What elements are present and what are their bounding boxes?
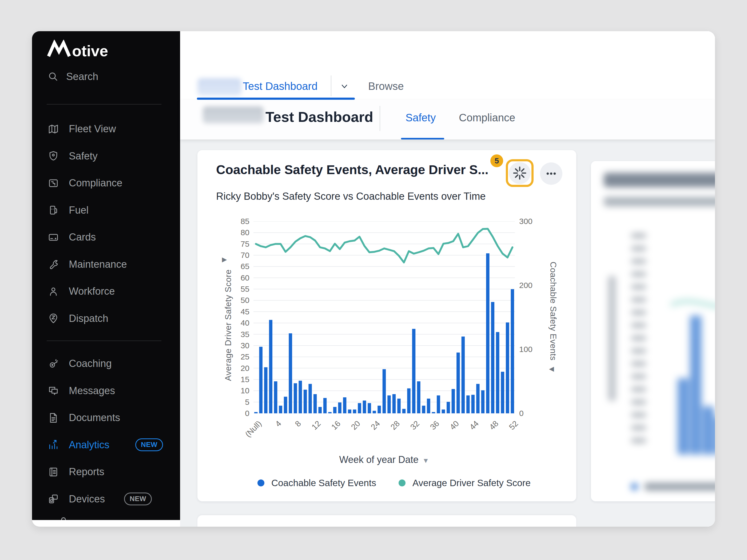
bar-week-30 [402, 409, 406, 413]
right-axis-tick: 0 [519, 409, 524, 418]
sidebar-item-cards[interactable]: Cards [32, 224, 180, 251]
sidebar-item-documents[interactable]: Documents [32, 404, 180, 431]
sidebar-item-compliance[interactable]: Compliance [32, 169, 180, 196]
bar-week-48 [491, 302, 495, 413]
tab-compliance[interactable]: Compliance [459, 112, 515, 124]
blurred-axis-tick [631, 412, 646, 418]
tab-divider [331, 76, 331, 96]
bar-week-33 [417, 381, 420, 413]
bar-week-38 [442, 409, 445, 413]
devices-icon [48, 493, 59, 505]
legend-item-average-driver-safety-score[interactable]: Average Driver Safety Score [398, 478, 531, 488]
left-axis-tick: 70 [231, 251, 250, 260]
analytics-icon [48, 439, 59, 451]
chart-card-subtitle: Ricky Bobby's Safety Score vs Coachable … [216, 191, 486, 202]
chevron-down-icon[interactable] [339, 82, 350, 90]
card-icon [48, 232, 59, 243]
bar-week-6 [284, 397, 287, 413]
left-axis-tick: 35 [231, 330, 250, 339]
sidebar-item-dispatch[interactable]: Dispatch [32, 305, 180, 332]
sidebar-item-analytics[interactable]: AnalyticsNEW [32, 431, 180, 458]
bar-week-11 [308, 384, 312, 413]
bar-week-50 [501, 372, 505, 413]
sidebar-item-fuel[interactable]: Fuel [32, 197, 180, 224]
bar-week-46 [481, 391, 485, 413]
left-axis-tick: 15 [231, 375, 250, 384]
left-axis-tick: 40 [231, 318, 250, 327]
bar-week-25 [378, 406, 381, 413]
sidebar-item-workforce[interactable]: Workforce [32, 278, 180, 305]
tab-browse[interactable]: Browse [368, 80, 404, 92]
blurred-title-prefix [203, 106, 264, 124]
sidebar-search[interactable]: Search [48, 69, 170, 84]
bar-week-35 [427, 399, 430, 413]
reports-icon [48, 466, 59, 478]
bar-week-7 [289, 334, 292, 413]
bar-week-8 [294, 383, 297, 413]
bar-week-49 [496, 332, 499, 413]
right-axis-title: Coachable Safety Events [548, 257, 558, 366]
sidebar-item-maintenance[interactable]: Maintenance [32, 251, 180, 278]
left-axis-tick: 55 [231, 285, 250, 294]
bar-week-40 [452, 389, 455, 413]
sidebar-item-fleet-view[interactable]: Fleet View [32, 115, 180, 142]
partial-next-card [198, 515, 576, 527]
blurred-axis-tick [631, 233, 646, 238]
bar-week-28 [392, 394, 396, 413]
bar-week-26 [383, 369, 386, 413]
bar-week-23 [368, 403, 371, 413]
logo-m-glyph [49, 43, 69, 56]
bar-week-36 [432, 412, 435, 413]
compliance-icon [48, 177, 59, 189]
fuel-icon [48, 204, 59, 216]
right-axis-tick: 300 [519, 217, 533, 226]
left-axis-tick: 60 [231, 273, 250, 283]
left-axis-tick: 0 [231, 409, 250, 418]
legend-item-coachable-safety-events[interactable]: Coachable Safety Events [257, 478, 376, 488]
blurred-left-axis-title [608, 276, 616, 401]
tab-safety[interactable]: Safety [406, 112, 436, 124]
sidebar-item-label: Fleet View [69, 123, 116, 135]
blurred-legend-label [644, 483, 715, 491]
more-options-button[interactable] [540, 162, 562, 185]
bar-week-29 [397, 399, 401, 413]
bar-week-19 [348, 409, 351, 413]
bar-week-9 [299, 381, 302, 413]
tab-test-dashboard[interactable]: Test Dashboard [243, 80, 317, 92]
left-axis-tick: 5 [231, 398, 250, 407]
sidebar-item-safety[interactable]: Safety [32, 143, 180, 169]
dispatch-pin-icon [48, 313, 59, 324]
sidebar-item-devices[interactable]: DevicesNEW [32, 486, 180, 512]
blurred-card-title [604, 173, 715, 187]
map-icon [48, 123, 59, 135]
sidebar-item-messages[interactable]: Messages [32, 377, 180, 404]
left-axis-tick: 30 [231, 341, 250, 350]
page-title: Test Dashboard [265, 109, 373, 125]
spark-highlight-button[interactable] [506, 159, 534, 187]
messages-icon [48, 385, 59, 397]
safety-tab-underline [401, 138, 444, 139]
header-divider [380, 106, 380, 131]
sidebar-item-coaching[interactable]: Coaching [32, 350, 180, 377]
sidebar-item-reports[interactable]: Reports [32, 458, 180, 485]
blurred-axis-tick [631, 323, 646, 328]
sidebar-item-label: Messages [69, 385, 115, 397]
main-area: Test Dashboard Browse Test Dashboard Saf… [180, 31, 715, 527]
sidebar-item-label: Dispatch [69, 313, 108, 324]
chart-plot-area [253, 221, 515, 413]
sidebar-item-label: Documents [69, 412, 120, 424]
sidebar-item-label: Devices [69, 494, 105, 505]
bar-week-44 [471, 395, 475, 413]
svg-text:otive: otive [72, 42, 108, 58]
app-window: otive Search Fleet ViewSafetyComplianceF… [32, 31, 715, 527]
sidebar-item-label: Compliance [69, 177, 123, 189]
bar-week-3 [269, 320, 273, 413]
bar-week-4 [274, 381, 278, 413]
x-axis-title-dropdown[interactable]: Week of year Date▼ [253, 454, 515, 465]
bar-week-42 [462, 337, 465, 413]
sidebar-divider-middle [47, 341, 161, 341]
sidebar-item-label: Coaching [69, 358, 112, 369]
safety-score-line [256, 229, 513, 262]
notification-badge: 5 [490, 154, 503, 167]
right-axis-tick: 100 [519, 345, 533, 354]
